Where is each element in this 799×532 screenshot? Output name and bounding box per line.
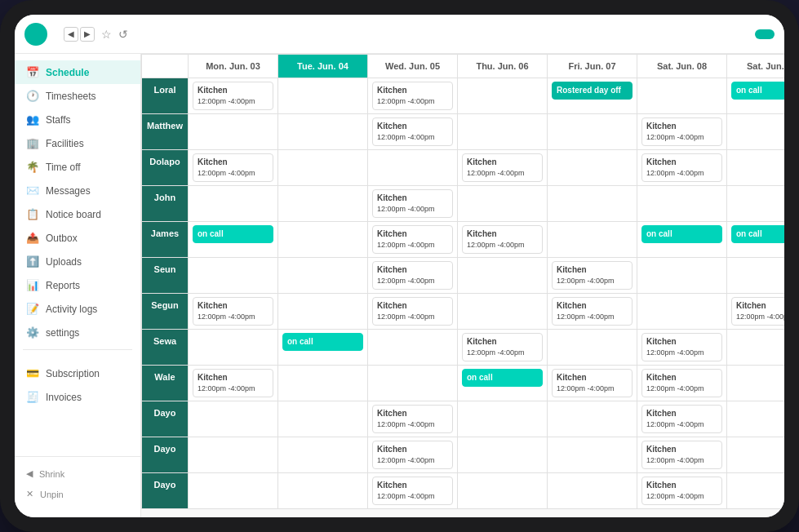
shift-cell-4-4[interactable]	[548, 222, 637, 258]
shift-cell-4-2[interactable]: Kitchen12:00pm -4:00pm	[368, 222, 458, 258]
star-icon[interactable]: ☆	[101, 28, 112, 41]
shift-cell-11-3[interactable]	[458, 473, 548, 509]
shift-cell-5-4[interactable]: Kitchen12:00pm -4:00pm	[548, 258, 637, 294]
shift-cell-8-0[interactable]: Kitchen12:00pm -4:00pm	[189, 366, 278, 401]
shift-cell-8-3[interactable]: on call	[458, 366, 548, 401]
shift-cell-2-6[interactable]	[727, 150, 785, 186]
shift-cell-1-0[interactable]	[189, 114, 278, 150]
shift-cell-3-4[interactable]	[548, 186, 637, 222]
day-header-2[interactable]: Wed. Jun. 05	[368, 55, 458, 78]
shift-cell-6-1[interactable]	[278, 294, 368, 330]
sidebar-item-facilities[interactable]: 🏢 Facilities	[15, 131, 140, 155]
day-header-0[interactable]: Mon. Jun. 03	[189, 55, 278, 78]
shift-cell-6-6[interactable]: Kitchen12:00pm -4:00pm	[727, 294, 785, 330]
shift-cell-8-5[interactable]: Kitchen12:00pm -4:00pm	[637, 366, 727, 401]
shift-cell-4-0[interactable]: on call	[189, 222, 278, 258]
shift-cell-10-2[interactable]: Kitchen12:00pm -4:00pm	[368, 437, 458, 473]
shift-cell-7-6[interactable]	[727, 330, 785, 366]
sidebar-item-invoices[interactable]: 🧾 Invoices	[15, 385, 140, 409]
shift-cell-2-1[interactable]	[278, 150, 368, 186]
shift-cell-5-6[interactable]	[727, 258, 785, 294]
shift-cell-2-3[interactable]: Kitchen12:00pm -4:00pm	[458, 150, 548, 186]
shift-cell-10-0[interactable]	[189, 437, 278, 473]
shift-cell-1-1[interactable]	[278, 114, 368, 150]
shift-cell-5-2[interactable]: Kitchen12:00pm -4:00pm	[368, 258, 458, 294]
shift-cell-6-2[interactable]: Kitchen12:00pm -4:00pm	[368, 294, 458, 330]
sidebar-item-settings[interactable]: ⚙️ settings	[15, 321, 140, 344]
unpin-button[interactable]: ✕ Unpin	[15, 484, 140, 504]
refresh-icon[interactable]: ↺	[118, 28, 128, 41]
day-header-6[interactable]: Sat. Jun. 09	[727, 55, 785, 78]
shift-cell-11-2[interactable]: Kitchen12:00pm -4:00pm	[368, 473, 458, 509]
shift-cell-1-6[interactable]	[727, 114, 785, 150]
shift-cell-11-4[interactable]	[548, 473, 637, 509]
shift-cell-11-6[interactable]	[727, 473, 785, 509]
employee-cell-6[interactable]: Segun	[142, 294, 189, 330]
shift-cell-9-6[interactable]	[727, 401, 785, 437]
shift-cell-7-2[interactable]	[368, 330, 458, 366]
employee-cell-9[interactable]: Dayo	[142, 401, 189, 437]
sidebar-item-reports[interactable]: 📊 Reports	[15, 273, 140, 297]
shift-cell-5-0[interactable]	[189, 258, 278, 294]
sidebar-item-outbox[interactable]: 📤 Outbox	[15, 226, 140, 250]
shift-cell-7-4[interactable]	[548, 330, 637, 366]
shift-cell-1-4[interactable]	[548, 114, 637, 150]
create-schedule-button[interactable]	[755, 29, 775, 39]
shift-cell-0-6[interactable]: on call	[727, 78, 785, 114]
shift-cell-10-1[interactable]	[278, 437, 368, 473]
shift-cell-3-0[interactable]	[189, 186, 278, 222]
shift-cell-0-1[interactable]	[278, 78, 368, 114]
shift-cell-11-0[interactable]	[189, 473, 278, 509]
shift-cell-4-6[interactable]: on call	[727, 222, 785, 258]
shift-cell-2-0[interactable]: Kitchen12:00pm -4:00pm	[189, 150, 278, 186]
shift-cell-11-1[interactable]	[278, 473, 368, 509]
shift-cell-6-4[interactable]: Kitchen12:00pm -4:00pm	[548, 294, 637, 330]
sidebar-item-staffs[interactable]: 👥 Staffs	[15, 108, 140, 131]
shift-cell-5-5[interactable]	[637, 258, 727, 294]
shift-cell-9-4[interactable]	[548, 401, 637, 437]
shift-cell-4-5[interactable]: on call	[637, 222, 727, 258]
employee-cell-2[interactable]: Dolapo	[142, 150, 189, 186]
shift-cell-7-5[interactable]: Kitchen12:00pm -4:00pm	[637, 330, 727, 366]
sidebar-item-timesheets[interactable]: 🕐 Timesheets	[15, 84, 140, 108]
shift-cell-5-1[interactable]	[278, 258, 368, 294]
shift-cell-2-4[interactable]	[548, 150, 637, 186]
employee-cell-1[interactable]: Matthew	[142, 114, 189, 150]
shift-cell-0-4[interactable]: Rostered day off	[548, 78, 637, 114]
sidebar-item-subscription[interactable]: 💳 Subscription	[15, 361, 140, 385]
shift-cell-5-3[interactable]	[458, 258, 548, 294]
employee-cell-7[interactable]: Sewa	[142, 330, 189, 366]
shift-cell-3-6[interactable]	[727, 186, 785, 222]
shift-cell-6-0[interactable]: Kitchen12:00pm -4:00pm	[189, 294, 278, 330]
shift-cell-4-1[interactable]	[278, 222, 368, 258]
sidebar-item-schedule[interactable]: 📅 Schedule	[15, 60, 140, 84]
shift-cell-6-5[interactable]	[637, 294, 727, 330]
shift-cell-9-5[interactable]: Kitchen12:00pm -4:00pm	[637, 401, 727, 437]
shift-cell-8-1[interactable]	[278, 366, 368, 401]
sidebar-item-noticeboard[interactable]: 📋 Notice board	[15, 202, 140, 226]
employee-cell-3[interactable]: John	[142, 186, 189, 222]
shift-cell-0-2[interactable]: Kitchen12:00pm -4:00pm	[368, 78, 458, 114]
day-header-5[interactable]: Sat. Jun. 08	[637, 55, 727, 78]
shift-cell-3-3[interactable]	[458, 186, 548, 222]
shift-cell-10-3[interactable]	[458, 437, 548, 473]
shift-cell-1-2[interactable]: Kitchen12:00pm -4:00pm	[368, 114, 458, 150]
shift-cell-1-3[interactable]	[458, 114, 548, 150]
shift-cell-10-5[interactable]: Kitchen12:00pm -4:00pm	[637, 437, 727, 473]
shift-cell-10-4[interactable]	[548, 437, 637, 473]
employee-cell-10[interactable]: Dayo	[142, 437, 189, 473]
shift-cell-9-2[interactable]: Kitchen12:00pm -4:00pm	[368, 401, 458, 437]
shift-cell-7-3[interactable]: Kitchen12:00pm -4:00pm	[458, 330, 548, 366]
shift-cell-0-5[interactable]	[637, 78, 727, 114]
employee-cell-4[interactable]: James	[142, 222, 189, 258]
employee-cell-11[interactable]: Dayo	[142, 473, 189, 509]
schedule-area[interactable]: Mon. Jun. 03 Tue. Jun. 04 Wed. Jun. 05 T…	[141, 54, 784, 517]
shift-cell-1-5[interactable]: Kitchen12:00pm -4:00pm	[637, 114, 727, 150]
day-header-3[interactable]: Thu. Jun. 06	[458, 55, 548, 78]
employee-cell-0[interactable]: Loral	[142, 78, 189, 114]
shift-cell-3-5[interactable]	[637, 186, 727, 222]
shift-cell-7-1[interactable]: on call	[278, 330, 368, 366]
shift-cell-9-1[interactable]	[278, 401, 368, 437]
shrink-button[interactable]: ◀ Shrink	[15, 463, 140, 484]
shift-cell-8-6[interactable]	[727, 366, 785, 401]
